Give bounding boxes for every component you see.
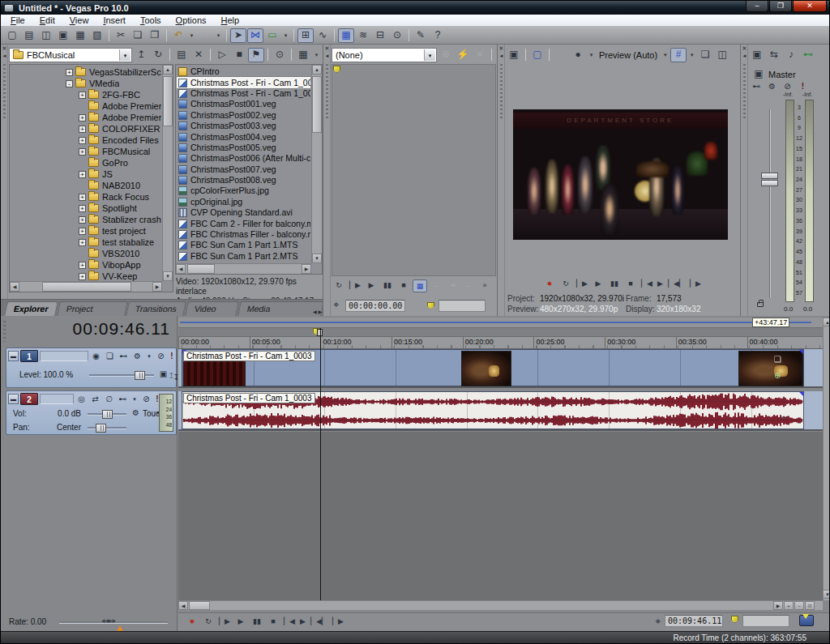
tree-item[interactable]: + Rack Focus <box>11 191 161 203</box>
tree-exp-icon[interactable]: + <box>79 148 86 156</box>
dock-tab[interactable]: Explorer <box>4 301 58 316</box>
audio-event[interactable]: Christmas Post - Fri - Cam 1_0003 ⊷ <box>182 391 804 429</box>
video-preview-frame[interactable]: DEPARTMENT STORE <box>513 109 728 240</box>
title-bar[interactable]: Untitled * - Vegas Pro 10.0 – ❐ ✕ <box>1 1 829 15</box>
multicam-tool-button[interactable]: ▦ <box>338 28 354 43</box>
minimize-track-icon[interactable]: ▬ <box>8 351 19 361</box>
redo-button[interactable]: ↷ <box>197 28 213 43</box>
bus-fx-icon[interactable]: ⊷ <box>751 82 763 91</box>
auto-ripple-button[interactable]: ≋ <box>355 28 371 43</box>
views-dropdown[interactable]: ▾ <box>312 48 321 62</box>
level-slider[interactable] <box>89 374 154 377</box>
quality-dropdown[interactable]: ▾ <box>587 48 596 62</box>
go-to-start-button[interactable]: ▏◀ <box>640 278 654 291</box>
external-monitor-button[interactable]: ▢ <box>529 48 545 62</box>
copy-button[interactable]: ❏ <box>130 28 146 43</box>
play-from-start-button[interactable]: ▏▶ <box>217 616 232 629</box>
menu-item[interactable]: File <box>3 15 32 26</box>
zoom-edit-tool-button[interactable]: ⊙ <box>389 28 405 43</box>
dock-tab[interactable]: Video FX <box>185 301 238 316</box>
timeline-cursor-time[interactable]: 00:09:46.11 <box>665 615 723 627</box>
tree-item[interactable]: + VegasStabilizerScript <box>11 66 161 78</box>
stop-button[interactable]: ■ <box>266 616 280 629</box>
audio-track-lane[interactable]: Christmas Post - Fri - Cam 1_0003 ⊷ <box>178 391 823 431</box>
copy-snapshot-button[interactable]: ❏ <box>697 48 713 62</box>
refresh-button[interactable]: ↻ <box>150 48 166 62</box>
chevron-down-icon[interactable]: ▾ <box>119 49 130 61</box>
master-meter-right[interactable] <box>805 100 814 302</box>
pan-slider[interactable] <box>88 427 126 429</box>
tree-hscrollbar[interactable]: ◀ ▶ <box>10 281 162 292</box>
tree-exp-icon[interactable]: + <box>79 239 86 246</box>
close-icon[interactable]: ✕ <box>323 45 331 52</box>
new-project-button[interactable]: ▢ <box>4 28 20 43</box>
tree-item[interactable]: + 2FG-FBC <box>11 89 161 100</box>
file-item[interactable]: ChristmasPost006 (After Multi-cam <box>177 153 310 164</box>
selection-drop-button[interactable]: ▾ <box>281 28 290 43</box>
master-grip[interactable]: ✕ ◂ <box>741 45 748 316</box>
mixer-properties-button[interactable]: ▣ <box>749 48 765 62</box>
trimmer-workspace[interactable] <box>332 64 496 276</box>
menu-item[interactable]: Insert <box>96 15 133 26</box>
close-icon[interactable]: ✕ <box>741 45 748 52</box>
tree-item[interactable]: + VibopApp <box>11 259 161 271</box>
next-frame-button[interactable]: ▏▶ <box>331 616 345 629</box>
pin-icon[interactable]: ◂ <box>1 52 8 59</box>
record-button[interactable]: ● <box>542 278 557 291</box>
pause-button[interactable]: ▮▮ <box>380 279 395 292</box>
trimmer-cursor-time[interactable]: 00:00:00.00 <box>345 300 405 312</box>
event-pan-crop-icon[interactable]: ❏ <box>774 355 781 364</box>
tree-item[interactable]: - VMedia <box>11 78 161 89</box>
paste-button[interactable]: ❐ <box>147 28 163 43</box>
restore-button[interactable]: ❐ <box>769 1 792 12</box>
master-meter-left[interactable] <box>785 100 794 302</box>
file-item[interactable]: ChristmasPost007.veg <box>177 164 310 175</box>
master-fader-track[interactable] <box>769 109 771 297</box>
minimize-button[interactable]: – <box>746 1 768 12</box>
timeline-selection-field[interactable] <box>742 615 789 627</box>
stop-preview-button[interactable]: ■ <box>231 48 247 62</box>
file-item[interactable]: Christmas Post - Fri - Cam 1_0004.n <box>177 88 310 99</box>
dock-tab[interactable]: Project Media <box>57 301 127 316</box>
media-manager-button[interactable]: ⊙ <box>272 48 288 62</box>
explorer-grip[interactable]: ✕ ◂ <box>1 45 8 316</box>
normal-edit-tool-button[interactable]: ➤ <box>230 28 246 43</box>
track-name-field[interactable] <box>40 351 88 361</box>
track-composite-icon[interactable]: ❏ <box>104 352 116 360</box>
marker-bar[interactable] <box>178 328 823 337</box>
video-track-header[interactable]: ▬ 1 ◉ ❏ ⊷ ⚙ ▾ ⊘ ! Level: 100.0 % ▣ <box>6 348 177 388</box>
tree-exp-icon[interactable]: - <box>66 80 73 87</box>
filelist-hscrollbar[interactable]: ◀ ▶ <box>176 263 311 274</box>
cut-button[interactable]: ✂ <box>113 28 129 43</box>
grid-overlay-button[interactable]: # <box>670 48 687 62</box>
clip-indicator-right[interactable]: -Inf. <box>802 92 812 97</box>
go-to-start-button[interactable]: ▏◀ <box>282 616 297 629</box>
minimize-track-icon[interactable]: ▬ <box>8 394 19 404</box>
stop-button[interactable]: ■ <box>623 278 638 291</box>
file-item[interactable]: FBC Cam 2 - Filler for balcony.mts <box>177 218 310 228</box>
play-from-start-button[interactable]: ▏▶ <box>348 279 362 292</box>
shuttle-slider[interactable]: ◂◂▸▸ <box>59 621 168 624</box>
fx-dropdown[interactable]: ▾ <box>130 396 139 403</box>
enable-snapping-button[interactable]: ⊞ <box>297 28 314 43</box>
plugin-chain-button[interactable]: ⚡ <box>455 48 471 62</box>
preview-mode-dropdown[interactable]: ▾ <box>661 48 670 62</box>
selection-edit-tool-button[interactable]: ▭ <box>264 28 280 43</box>
remove-plugin-button[interactable]: ✕ <box>472 48 488 62</box>
file-item[interactable]: ChristmasPost004.veg <box>177 131 310 142</box>
video-output-fx-button[interactable]: ◌ <box>553 48 569 62</box>
open-project-button[interactable]: ▤ <box>21 28 37 43</box>
file-item[interactable]: ChristmasPost001.veg <box>177 99 310 109</box>
preview-quality-button[interactable]: ● <box>570 48 586 62</box>
file-item[interactable]: ChristmasPost003.veg <box>177 121 310 131</box>
tree-item[interactable]: + COLORFIXER <box>11 123 161 134</box>
menu-item[interactable]: Edit <box>32 15 62 26</box>
play-from-start-button[interactable]: ▏▶ <box>575 278 589 291</box>
file-item[interactable]: FBC Sun Cam 1 Part 1.MTS <box>177 240 310 250</box>
tree-exp-icon[interactable]: + <box>79 205 86 212</box>
tree-exp-icon[interactable]: + <box>79 262 86 269</box>
close-icon[interactable]: ✕ <box>498 45 505 52</box>
up-one-level-button[interactable]: ↥ <box>133 48 149 62</box>
project-properties-button[interactable]: ▣ <box>506 48 522 62</box>
tree-exp-icon[interactable]: + <box>79 171 86 178</box>
